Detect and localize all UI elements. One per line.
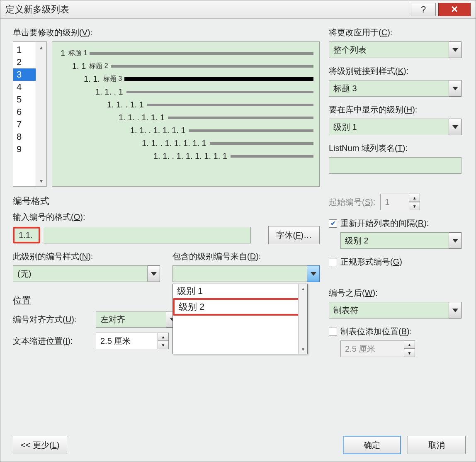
- level-scrollbar[interactable]: ▴ ▾: [36, 42, 46, 186]
- preview-line: 1. 1标题 2: [61, 61, 313, 71]
- apply-to-select[interactable]: 整个列表: [329, 41, 461, 58]
- number-style-select[interactable]: (无): [13, 265, 160, 282]
- include-from-label: 包含的级别编号来自(D):: [172, 251, 320, 262]
- apply-to-label: 将更改应用于(C):: [329, 27, 461, 38]
- window-title: 定义新多级列表: [5, 3, 69, 16]
- level-item[interactable]: 8: [13, 131, 36, 143]
- preview-line: 1. 1. . 1. 1. 1. 1. 1: [61, 139, 313, 148]
- preview-line: 1. 1. . 1: [61, 87, 313, 97]
- level-item[interactable]: 5: [13, 93, 36, 106]
- number-format-section: 编号格式: [13, 195, 320, 207]
- show-gallery-select[interactable]: 级别 1: [329, 119, 461, 135]
- close-button[interactable]: ✕: [438, 3, 471, 16]
- show-gallery-label: 要在库中显示的级别(H):: [329, 104, 461, 115]
- link-style-label: 将级别链接到样式(K):: [329, 66, 461, 77]
- align-select[interactable]: 左对齐: [96, 311, 179, 328]
- tab-add-checkbox-row[interactable]: 制表位添加位置(B):: [329, 326, 461, 337]
- tab-add-spinner[interactable]: 2.5 厘米 ▲▼: [340, 340, 415, 357]
- number-style-label: 此级别的编号样式(N):: [13, 251, 160, 262]
- legal-checkbox[interactable]: [329, 258, 337, 266]
- dialog-window: 定义新多级列表 ? ✕ 单击要修改的级别(V): 123456789 ▴ ▾ 1…: [0, 0, 476, 462]
- preview-line: 1. 1.标题 3: [61, 74, 313, 84]
- listnum-input[interactable]: [329, 157, 461, 174]
- chevron-down-icon[interactable]: [449, 80, 461, 97]
- scroll-down-icon[interactable]: ▾: [36, 175, 46, 186]
- tab-add-checkbox[interactable]: [329, 328, 337, 336]
- format-input-highlight[interactable]: 1.1.: [13, 227, 40, 243]
- restart-level-select[interactable]: 级别 2: [340, 232, 461, 249]
- preview-pane: 1标题 11. 1标题 21. 1.标题 31. 1. . 11. 1. . 1…: [52, 41, 320, 187]
- chevron-down-icon[interactable]: [449, 232, 461, 249]
- level-item[interactable]: 7: [13, 118, 36, 131]
- level-listbox[interactable]: 123456789 ▴ ▾: [13, 41, 47, 187]
- start-at-spinner[interactable]: 1 ▲▼: [380, 194, 420, 210]
- font-button[interactable]: 字体(F)…: [268, 226, 320, 244]
- restart-checkbox-row[interactable]: 重新开始列表的间隔(R):: [329, 218, 461, 229]
- text-indent-spinner[interactable]: 2.5 厘米 ▲▼: [96, 333, 179, 349]
- chevron-down-icon[interactable]: [449, 41, 461, 58]
- preview-line: 1. 1. . 1. 1. 1. 1: [61, 126, 313, 135]
- spin-down-icon[interactable]: ▼: [158, 341, 169, 349]
- restart-checkbox[interactable]: [329, 219, 337, 228]
- align-label: 编号对齐方式(U):: [13, 314, 92, 325]
- level-item[interactable]: 3: [13, 68, 36, 81]
- spin-down-icon[interactable]: ▼: [404, 349, 415, 357]
- include-from-select[interactable]: 级别 1级别 2 ▴▾: [172, 265, 320, 282]
- chevron-down-icon[interactable]: [449, 302, 461, 319]
- titlebar: 定义新多级列表 ? ✕: [0, 0, 476, 19]
- preview-line: 1. 1. . 1. 1: [61, 100, 313, 109]
- ok-button[interactable]: 确定: [343, 436, 401, 454]
- level-item[interactable]: 2: [13, 56, 36, 68]
- format-input[interactable]: [44, 227, 251, 243]
- click-level-label: 单击要修改的级别(V):: [13, 27, 320, 38]
- spin-up-icon[interactable]: ▲: [158, 333, 169, 341]
- chevron-down-icon[interactable]: [307, 265, 320, 282]
- preview-line: 1. 1. . 1. 1. 1: [61, 113, 313, 122]
- help-button[interactable]: ?: [411, 3, 436, 16]
- dropdown-scrollbar[interactable]: ▴▾: [298, 284, 307, 354]
- level-item[interactable]: 6: [13, 106, 36, 118]
- follow-select[interactable]: 制表符: [329, 302, 461, 319]
- follow-label: 编号之后(W):: [329, 287, 461, 299]
- preview-line: 1标题 1: [61, 49, 313, 58]
- chevron-down-icon[interactable]: [449, 119, 461, 135]
- listnum-label: ListNum 域列表名(T):: [329, 143, 461, 154]
- legal-checkbox-row[interactable]: 正规形式编号(G): [329, 256, 461, 267]
- level-item[interactable]: 4: [13, 81, 36, 93]
- spin-up-icon[interactable]: ▲: [404, 340, 415, 349]
- spin-up-icon[interactable]: ▲: [409, 194, 420, 202]
- chevron-down-icon[interactable]: [148, 265, 160, 282]
- start-at-label: 起始编号(S):: [329, 197, 375, 208]
- spin-down-icon[interactable]: ▼: [409, 202, 420, 210]
- cancel-button[interactable]: 取消: [408, 436, 466, 454]
- dropdown-option[interactable]: 级别 1: [173, 284, 307, 298]
- level-item[interactable]: 1: [13, 44, 36, 56]
- less-button[interactable]: << 更少(L): [13, 436, 67, 454]
- link-style-select[interactable]: 标题 3: [329, 80, 461, 97]
- text-indent-label: 文本缩进位置(I):: [13, 336, 92, 347]
- preview-line: 1. 1. . 1. 1. 1. 1. 1. 1: [61, 151, 313, 161]
- enter-format-label: 输入编号的格式(O):: [13, 212, 320, 223]
- scroll-up-icon[interactable]: ▴: [36, 42, 46, 53]
- include-from-dropdown[interactable]: 级别 1级别 2 ▴▾: [172, 284, 308, 354]
- level-item[interactable]: 9: [13, 143, 36, 156]
- dropdown-option[interactable]: 级别 2: [173, 298, 307, 316]
